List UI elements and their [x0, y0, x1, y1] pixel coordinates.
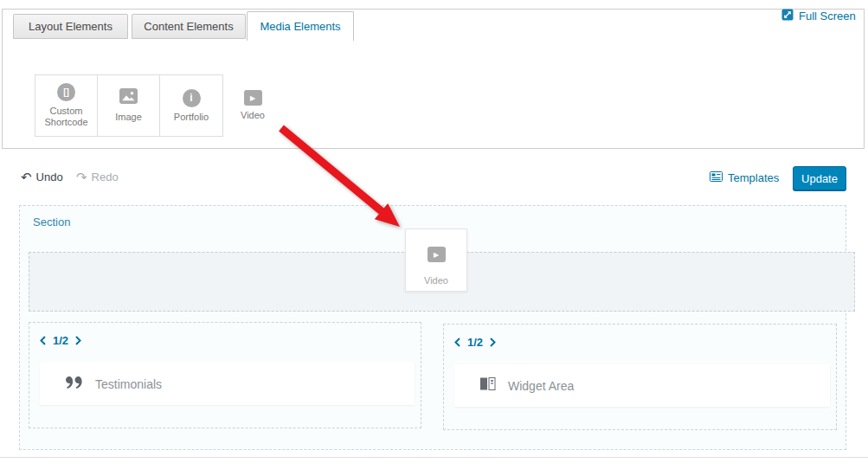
column-size-label: 1/2 [53, 334, 68, 347]
dragged-video-element[interactable]: ▶ Video [405, 228, 467, 292]
chevron-left-icon[interactable] [40, 336, 46, 345]
chevron-right-icon[interactable] [75, 336, 81, 345]
tab-media-elements[interactable]: Media Elements [247, 11, 354, 41]
palette-item-video[interactable]: ▶ Video [222, 74, 284, 137]
undo-label: Undo [36, 170, 63, 183]
update-button[interactable]: Update [793, 166, 846, 190]
play-icon: ▶ [428, 247, 446, 262]
column-one-half-right[interactable]: 1/2 Widget Area [443, 324, 837, 430]
undo-arrow-icon: ↶ [21, 171, 32, 183]
full-screen-button[interactable]: Full Screen [781, 9, 856, 23]
tab-content-elements[interactable]: Content Elements [132, 14, 246, 39]
builder-bottom-edge [0, 457, 868, 458]
expand-icon [781, 9, 794, 23]
widget-area-element[interactable]: Widget Area [454, 364, 830, 407]
column-size-control: 1/2 [40, 334, 81, 347]
palette-item-image[interactable]: Image [98, 75, 160, 136]
section-label: Section [33, 215, 70, 228]
palette-group: [] Custom Shortcode Image i Portfolio [35, 74, 223, 137]
redo-label: Redo [92, 170, 119, 183]
dragged-element-label: Video [424, 275, 448, 286]
palette-item-custom-shortcode[interactable]: [] Custom Shortcode [35, 75, 98, 136]
column-one-half-left[interactable]: 1/2 Testimonials [29, 322, 421, 428]
tab-label: Media Elements [260, 20, 340, 33]
full-screen-label: Full Screen [799, 10, 856, 23]
templates-button[interactable]: Templates [710, 171, 779, 184]
widget-icon [480, 377, 496, 394]
tab-label: Layout Elements [29, 20, 113, 33]
redo-arrow-icon: ↷ [76, 171, 87, 183]
templates-label: Templates [728, 171, 779, 184]
shortcode-brackets-icon: [] [57, 83, 75, 101]
chevron-right-icon[interactable] [490, 338, 496, 347]
info-circle-icon: i [183, 89, 201, 107]
redo-button[interactable]: ↷ Redo [76, 170, 119, 183]
palette-item-label: Custom Shortcode [39, 106, 94, 128]
tab-label: Content Elements [144, 20, 233, 33]
column-size-label: 1/2 [467, 336, 483, 349]
palette-item-portfolio[interactable]: i Portfolio [160, 75, 222, 136]
undo-button[interactable]: ↶ Undo [21, 170, 63, 183]
play-icon: ▶ [244, 90, 262, 106]
tab-layout-elements[interactable]: Layout Elements [13, 14, 128, 39]
chevron-left-icon[interactable] [454, 338, 460, 347]
element-label: Widget Area [508, 379, 574, 393]
palette-item-label: Portfolio [174, 112, 209, 123]
column-size-control: 1/2 [454, 336, 496, 349]
testimonials-element[interactable]: Testimonials [40, 363, 415, 405]
palette-item-label: Video [241, 110, 265, 121]
templates-icon [710, 171, 723, 184]
layout-builder: [] Custom Shortcode Image i Portfolio ▶ … [0, 0, 868, 463]
palette-item-label: Image [115, 112, 142, 123]
image-icon [119, 88, 138, 107]
quote-icon [66, 376, 83, 392]
element-label: Testimonials [95, 377, 162, 391]
